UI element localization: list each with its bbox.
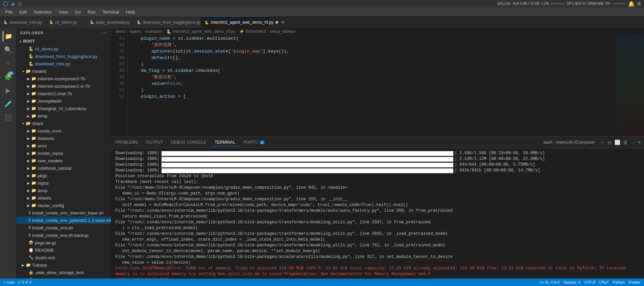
status-language[interactable]: Python	[613, 280, 624, 284]
tree-new-models[interactable]: ▶ 📁 new_models	[16, 157, 111, 164]
tab-problems[interactable]: PROBLEMS	[111, 139, 142, 146]
menu-run[interactable]: Run	[85, 9, 98, 15]
tree-download-mini[interactable]: 🐍 download_mini.py	[16, 60, 111, 67]
models-folder-icon: 📂	[26, 69, 31, 74]
status-formatter[interactable]: Prettier	[629, 280, 641, 284]
tab-output[interactable]: OUTPUT	[142, 139, 167, 146]
tree-share-folder[interactable]: ▾ 📂 share	[16, 120, 111, 127]
maximize-terminal-icon[interactable]: ⬜	[614, 140, 620, 145]
wheels-arrow: ▶	[26, 196, 31, 200]
tree-conda-envs[interactable]: ▶ 📁 conda_envs	[16, 127, 111, 135]
editor-area: demo › lagent › examples › 🐍 internlm2_a…	[111, 28, 644, 279]
terminal-tab-bar: PROBLEMS OUTPUT DEBUG CONSOLE TERMINAL P…	[111, 137, 644, 148]
shanghai-ai-icon: 📁	[31, 106, 36, 111]
extra-icon: ◇	[18, 1, 22, 7]
tree-download-hf[interactable]: 🐍 download_from_huggingface.py	[16, 53, 111, 60]
tree-jimmyma[interactable]: ▶ 📁 JimmyMa99	[16, 97, 111, 105]
extensions-icon[interactable]: 🧩 3	[3, 72, 14, 82]
tree-aide-drive-lock[interactable]: 🔒 .aide_drive_storage_lock	[16, 269, 111, 276]
tab-debug-console[interactable]: DEBUG CONSOLE	[167, 139, 211, 146]
tree-pkgs-tar[interactable]: 📦 pkgs.tar.gz	[16, 239, 111, 246]
tree-internlm2-chat[interactable]: ▶ 📁 internlm2-chat-7b	[16, 90, 111, 97]
menu-view[interactable]: View	[56, 9, 71, 15]
tree-repos[interactable]: ▶ 📁 repos	[16, 179, 111, 187]
breadcrumb-streamlit[interactable]: StreamlitUI	[246, 29, 266, 34]
explorer-icon[interactable]: 📁	[3, 31, 14, 42]
code-content[interactable]: plugin_name = st.sidebar.multiselect( '插…	[128, 35, 617, 136]
models-label: models	[32, 69, 46, 74]
terminal-output[interactable]: Downloading: 100%| | 1.59G/1.59G [00:29<…	[111, 148, 644, 279]
menu-edit[interactable]: Edit	[17, 9, 30, 15]
tree-wheels[interactable]: ▶ 📁 wheels	[16, 194, 111, 202]
tree-internlm-7b[interactable]: ▶ 📁 internlm-xcomposer2-7b ⤓	[16, 75, 111, 82]
source-control-icon[interactable]: ⑂	[3, 58, 14, 69]
status-errors[interactable]: ⚠ 0 ✗ 0	[18, 280, 31, 285]
tab-download-hf[interactable]: 🐍 download_from_huggingface.py	[133, 16, 201, 28]
breadcrumb-method[interactable]: setup_sidebar	[270, 29, 296, 34]
blocks-icon[interactable]: ⬛	[3, 112, 14, 123]
dl-suffix-2: | 2.12M/2.12M [00:00<00:00, 22.5MB/s]	[455, 156, 545, 162]
tutorial-label: Tutorial	[32, 263, 47, 268]
tree-install-base[interactable]: $ install_conda_env_internlm_base.sh	[16, 209, 111, 217]
breadcrumb-examples[interactable]: examples	[145, 29, 162, 34]
breadcrumb-demo[interactable]: demo	[115, 29, 126, 34]
tree-internlm-vl[interactable]: ▶ 📁 internlm-xcomposer2-vl-7b ⤓	[16, 82, 111, 90]
tab-ports[interactable]: PORTS 2	[239, 139, 269, 146]
tree-model-repos[interactable]: ▶ 📁 model_repos	[16, 149, 111, 157]
status-spaces: Spaces: 4	[564, 280, 580, 284]
tree-root[interactable]: ▾ ROOT	[16, 38, 111, 45]
tab-internlm2-agent[interactable]: 🐍 internlm2_agent_web_demo_hf.py ✕	[201, 16, 269, 28]
tab-download-mini[interactable]: 🐍 download_mini.py	[0, 16, 46, 28]
add-terminal-icon[interactable]: ＋	[600, 139, 605, 145]
tab-bajie-download[interactable]: 🐍 bajie_download.py	[87, 16, 133, 28]
menu-terminal[interactable]: Terminal	[100, 9, 122, 15]
status-cursor: Ln 92, Col 5	[539, 280, 560, 284]
delete-terminal-icon[interactable]: 🗑	[623, 140, 628, 145]
tree-shanghai-ai[interactable]: ▶ 📁 Shanghai_AI_Laboratory	[16, 105, 111, 112]
breadcrumb-filename[interactable]: internlm2_agent_web_demo_hf.py	[173, 29, 235, 34]
tree-readme[interactable]: 📋 README	[16, 246, 111, 254]
tree-pkgs[interactable]: ▶ 📁 pkgs	[16, 172, 111, 179]
tree-tutorial[interactable]: ▶ 📁 Tutorial	[16, 261, 111, 269]
cli-icon: 🐍	[29, 46, 34, 51]
flask-icon[interactable]: 🧪	[3, 99, 14, 109]
tree-install-pytorch[interactable]: $ install_conda_env_pytorch2.1.2-base.sh	[16, 217, 111, 224]
tree-studio-smi[interactable]: 🔧 studio-smi	[16, 254, 111, 261]
menu-selection[interactable]: Selection	[31, 9, 54, 15]
xtuner-icon: 📁	[31, 203, 36, 208]
menu-go[interactable]: Go	[72, 9, 83, 15]
status-branch[interactable]: ⑂ main	[3, 280, 15, 285]
terminal-line-model-class: return model_class.from_pretrained(	[115, 214, 640, 220]
run-debug-icon[interactable]: ▶	[3, 85, 14, 96]
models-temp-label: temp	[38, 114, 48, 119]
tab-terminal[interactable]: TERMINAL	[211, 139, 240, 146]
tree-models-temp[interactable]: ▶ 📁 temp	[16, 112, 111, 120]
breadcrumb-lagent[interactable]: lagent	[130, 29, 141, 34]
tab-cli-demo[interactable]: 🐍 cli_demo.py	[46, 16, 87, 28]
sidebar-more-icon[interactable]: ···	[103, 31, 107, 35]
conda-envs-label: conda_envs	[38, 128, 61, 134]
tree-envs[interactable]: ▶ 📁 envs	[16, 142, 111, 149]
code-editor: 83 84 85 86 87 88 89 90 91 92 plugin_nam…	[111, 35, 644, 136]
tree-notebook[interactable]: ▶ 📁 notebook_tutorial	[16, 164, 111, 172]
tree-models-folder[interactable]: ▾ 📂 models	[16, 67, 111, 75]
breadcrumb-file[interactable]: 🐍	[166, 29, 171, 34]
tree-install-conda[interactable]: $ install_conda_env.sh	[16, 224, 111, 231]
breadcrumb-class[interactable]: ⚡	[239, 29, 244, 34]
search-icon[interactable]: 🔍	[3, 44, 14, 55]
tree-install-backup[interactable]: $ install_conda_env.sh.backup	[16, 231, 111, 239]
tree-datasets[interactable]: ▶ 📁 datasets	[16, 135, 111, 142]
tree-aide-storage-lock[interactable]: 🔒 .aide_storage_lock	[16, 276, 111, 279]
tab-close-internlm2[interactable]: ✕	[281, 20, 285, 25]
split-terminal-icon[interactable]: ⊟	[608, 140, 612, 145]
tree-share-temp[interactable]: ▶ 📁 temp	[16, 187, 111, 194]
jimmyma-icon: 📁	[31, 99, 36, 103]
menu-file[interactable]: File	[3, 9, 15, 15]
menu-help[interactable]: Help	[123, 9, 138, 15]
close-terminal-icon[interactable]: ✕	[637, 140, 641, 145]
more-terminal-icon[interactable]: ···	[630, 140, 634, 145]
tree-cli-demo[interactable]: 🐍 cli_demo.py	[16, 45, 111, 53]
settings-icon[interactable]: ⚙	[637, 1, 641, 6]
notification-icon[interactable]: 🔔	[628, 1, 635, 7]
tree-xtuner[interactable]: ▶ 📁 xtuner_config	[16, 202, 111, 209]
